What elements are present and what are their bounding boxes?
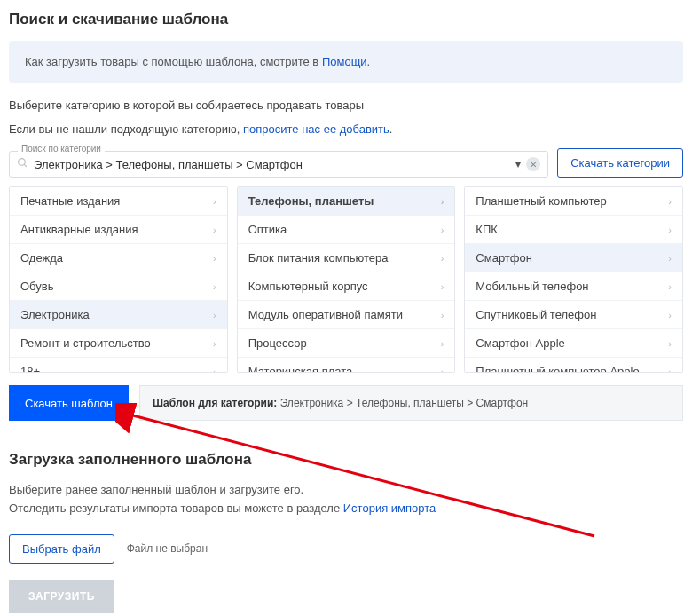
category-column-1[interactable]: Печатные издания›Антикварные издания›Оде… — [9, 186, 228, 373]
category-item[interactable]: Мобильный телефон› — [465, 272, 682, 301]
category-item[interactable]: Оптика› — [238, 216, 455, 244]
category-item-label: Ремонт и строительство — [20, 336, 151, 350]
category-item[interactable]: 18+› — [10, 358, 227, 373]
chevron-right-icon: › — [213, 196, 216, 207]
category-column-2[interactable]: Телефоны, планшеты›Оптика›Блок питания к… — [237, 186, 456, 373]
category-item[interactable]: Электроника› — [10, 301, 227, 329]
upload-desc-2: Отследить результаты импорта товаров вы … — [9, 500, 683, 518]
chevron-right-icon: › — [668, 281, 672, 292]
category-item[interactable]: Материнская плата› — [238, 358, 455, 373]
chevron-right-icon: › — [441, 281, 444, 292]
category-item[interactable]: Смартфон Apple› — [465, 329, 682, 358]
search-icon — [17, 157, 28, 171]
chevron-right-icon: › — [213, 367, 216, 374]
banner-text-suffix: . — [367, 55, 371, 68]
category-item-label: Материнская плата — [248, 365, 353, 373]
chevron-right-icon: › — [441, 225, 444, 235]
chevron-right-icon: › — [441, 253, 444, 264]
category-item-label: Оптика — [248, 223, 287, 236]
category-item-label: Спутниковый телефон — [476, 308, 596, 321]
intro-line-2-suffix: . — [389, 122, 393, 136]
chevron-down-icon[interactable]: ▾ — [515, 158, 521, 170]
choose-file-button[interactable]: Выбрать файл — [9, 534, 114, 564]
intro-line-2: Если вы не нашли подходящую категорию, п… — [9, 122, 683, 136]
chevron-right-icon: › — [441, 367, 444, 374]
upload-button[interactable]: ЗАГРУЗИТЬ — [9, 580, 114, 613]
category-item[interactable]: Телефоны, планшеты› — [238, 187, 455, 216]
upload-section-title: Загрузка заполненного шаблона — [9, 451, 683, 469]
svg-point-0 — [19, 159, 26, 166]
chevron-right-icon: › — [441, 196, 444, 207]
category-item-label: Планшетный компьютер Apple — [476, 365, 639, 373]
category-item-label: Обувь — [20, 280, 53, 293]
clear-icon[interactable]: ✕ — [526, 157, 540, 171]
category-item[interactable]: Обувь› — [10, 272, 227, 301]
category-item-label: Антикварные издания — [20, 223, 138, 236]
chevron-right-icon: › — [668, 310, 672, 320]
category-item[interactable]: Процессор› — [238, 329, 455, 358]
category-item[interactable]: Печатные издания› — [10, 187, 227, 216]
category-item[interactable]: Антикварные издания› — [10, 216, 227, 244]
category-item-label: Мобильный телефон — [476, 280, 588, 293]
chevron-right-icon: › — [668, 367, 672, 374]
category-item-label: Компьютерный корпус — [248, 280, 368, 293]
import-history-link[interactable]: История импорта — [343, 501, 436, 515]
chevron-right-icon: › — [213, 310, 216, 320]
intro-line-2-prefix: Если вы не нашли подходящую категорию, — [9, 122, 243, 136]
crumb-path: Электроника > Телефоны, планшеты > Смарт… — [277, 397, 528, 409]
help-link[interactable]: Помощи — [322, 55, 367, 68]
category-item-label: Печатные издания — [20, 194, 120, 208]
upload-desc-1: Выберите ранее заполненный шаблон и загр… — [9, 481, 683, 500]
category-item[interactable]: Спутниковый телефон› — [465, 301, 682, 329]
request-category-link[interactable]: попросите нас ее добавить — [243, 122, 389, 136]
search-input[interactable] — [34, 158, 510, 171]
category-item-label: Смартфон Apple — [476, 336, 564, 350]
chevron-right-icon: › — [213, 338, 216, 349]
chevron-right-icon: › — [668, 225, 672, 235]
chevron-right-icon: › — [441, 310, 444, 320]
category-item[interactable]: Смартфон› — [465, 244, 682, 272]
category-item-label: Смартфон — [476, 251, 532, 265]
banner-text-prefix: Как загрузить товары с помощью шаблона, … — [25, 55, 322, 68]
chevron-right-icon: › — [213, 253, 216, 264]
chevron-right-icon: › — [668, 196, 672, 207]
category-item-label: Одежда — [20, 251, 63, 265]
download-template-button[interactable]: Скачать шаблон — [9, 385, 129, 421]
category-item[interactable]: Компьютерный корпус› — [238, 272, 455, 301]
template-category-crumb: Шаблон для категории: Электроника > Теле… — [139, 385, 683, 421]
chevron-right-icon: › — [441, 338, 444, 349]
download-categories-button[interactable]: Скачать категории — [557, 148, 683, 178]
file-status: Файл не выбран — [127, 542, 208, 555]
category-item-label: Электроника — [20, 308, 90, 321]
category-item-label: Планшетный компьютер — [476, 194, 606, 208]
upload-desc-2-prefix: Отследить результаты импорта товаров вы … — [9, 501, 343, 515]
chevron-right-icon: › — [668, 338, 672, 349]
crumb-label: Шаблон для категории: — [153, 397, 277, 409]
chevron-right-icon: › — [668, 253, 672, 264]
category-item-label: Блок питания компьютера — [248, 251, 389, 265]
category-item[interactable]: Блок питания компьютера› — [238, 244, 455, 272]
category-item-label: Модуль оперативной памяти — [248, 308, 403, 321]
category-item-label: КПК — [476, 223, 498, 236]
category-item-label: Телефоны, планшеты — [248, 194, 374, 208]
category-search-field[interactable]: Поиск по категории ▾ ✕ — [9, 151, 548, 178]
help-banner: Как загрузить товары с помощью шаблона, … — [9, 41, 683, 83]
category-item[interactable]: Модуль оперативной памяти› — [238, 301, 455, 329]
search-label: Поиск по категории — [18, 144, 105, 154]
category-item[interactable]: Ремонт и строительство› — [10, 329, 227, 358]
category-item[interactable]: Планшетный компьютер› — [465, 187, 682, 216]
category-column-3[interactable]: Планшетный компьютер›КПК›Смартфон›Мобиль… — [464, 186, 683, 373]
category-item-label: Процессор — [248, 336, 307, 350]
category-item[interactable]: Одежда› — [10, 244, 227, 272]
svg-line-1 — [24, 164, 27, 167]
category-item-label: 18+ — [20, 365, 40, 373]
page-title: Поиск и скачивание шаблона — [9, 11, 683, 28]
category-item[interactable]: Планшетный компьютер Apple› — [465, 358, 682, 373]
category-item[interactable]: КПК› — [465, 216, 682, 244]
intro-line-1: Выберите категорию в которой вы собирает… — [9, 99, 683, 112]
category-columns: Печатные издания›Антикварные издания›Оде… — [9, 186, 683, 373]
chevron-right-icon: › — [213, 225, 216, 235]
chevron-right-icon: › — [213, 281, 216, 292]
